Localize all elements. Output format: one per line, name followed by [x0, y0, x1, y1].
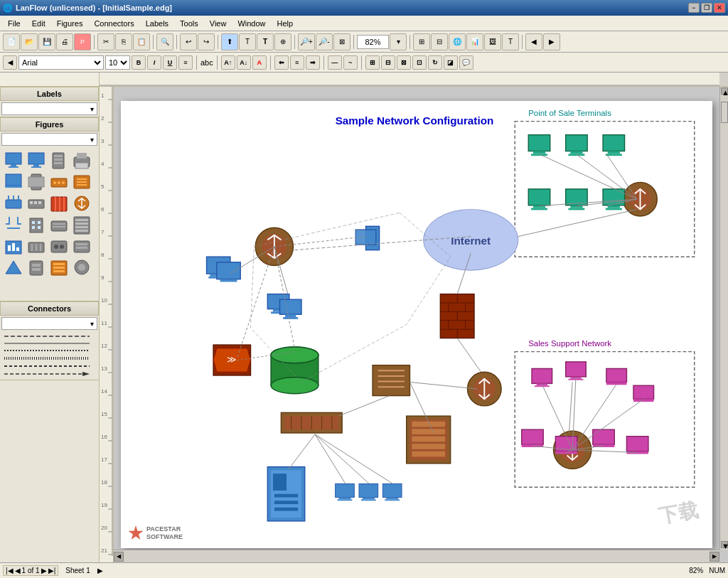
h-scroll-right[interactable]: ▶ — [710, 552, 719, 562]
figures-header[interactable]: Figures — [0, 117, 99, 132]
arrow-right-button[interactable]: ▶ — [543, 33, 560, 50]
icon-building[interactable] — [30, 218, 43, 232]
cut-button[interactable]: ✂ — [97, 33, 114, 50]
icon-extra-1[interactable] — [6, 261, 21, 274]
group-button[interactable]: ⊞ — [365, 55, 380, 70]
icon-monitor-1[interactable] — [6, 153, 21, 168]
menu-file[interactable]: File — [3, 17, 26, 30]
symbol-button[interactable]: T — [502, 33, 519, 50]
redo-button[interactable]: ↪ — [198, 33, 215, 50]
connector-dotted-1[interactable] — [4, 348, 95, 353]
font-style-1[interactable]: A↑ — [221, 55, 235, 70]
v-scrollbar[interactable]: ▲ ▼ — [719, 87, 728, 550]
align-right[interactable]: ➡ — [306, 55, 320, 70]
icon-chart[interactable] — [6, 241, 21, 254]
h-scroll-left[interactable]: ◀ — [114, 552, 124, 562]
connector-dashed-1[interactable] — [4, 334, 95, 338]
font-style-2[interactable]: A↓ — [237, 55, 251, 70]
print-button[interactable]: 🖨 — [56, 33, 73, 50]
menu-edit[interactable]: Edit — [27, 17, 50, 30]
paste-button[interactable]: 📋 — [133, 33, 150, 50]
callout-button[interactable]: 💬 — [459, 55, 473, 70]
minimize-button[interactable]: − — [688, 3, 700, 13]
zoom-out-button[interactable]: 🔎- — [316, 33, 333, 50]
align-button[interactable]: ≡ — [178, 55, 193, 70]
ungroup-button[interactable]: ⊟ — [381, 55, 395, 70]
save-button[interactable]: 💾 — [38, 33, 55, 50]
icon-box[interactable] — [74, 176, 90, 188]
text2-tool[interactable]: T — [257, 33, 274, 50]
icon-extra-2[interactable] — [30, 261, 43, 275]
menu-window[interactable]: Window — [232, 17, 270, 30]
arrow-left-button[interactable]: ◀ — [525, 33, 542, 50]
icon-laptop[interactable] — [5, 174, 22, 188]
v-scroll-up[interactable]: ▲ — [721, 87, 728, 95]
icon-printer[interactable] — [74, 153, 90, 168]
icon-switch-2[interactable] — [28, 200, 44, 208]
font-size-select[interactable]: 10 12 — [105, 55, 130, 70]
connector-dashed-2[interactable] — [4, 364, 95, 368]
icon-extra-4[interactable] — [75, 260, 89, 274]
icon-workstation[interactable] — [28, 174, 44, 190]
italic-button[interactable]: I — [147, 55, 161, 70]
menu-view[interactable]: View — [205, 17, 232, 30]
page-last-button[interactable]: ▶| — [48, 567, 56, 574]
align-left[interactable]: ⬅ — [274, 55, 289, 70]
icon-monitor-2[interactable] — [28, 153, 44, 168]
preview-button[interactable]: P — [74, 33, 91, 50]
labels-header[interactable]: Labels — [0, 87, 99, 101]
grid-button[interactable]: ⊞ — [413, 33, 430, 50]
zoom-dropdown[interactable]: ▾ — [390, 33, 407, 50]
nav-back-button[interactable]: ◀ — [3, 55, 17, 70]
h-scrollbar[interactable]: ◀ ▶ — [114, 550, 719, 562]
font-select[interactable]: Arial — [18, 55, 104, 70]
icon-network-left[interactable] — [6, 196, 21, 208]
undo-button[interactable]: ↩ — [180, 33, 197, 50]
connectors-header[interactable]: Connectors — [0, 301, 99, 316]
underline-button[interactable]: U — [163, 55, 177, 70]
zoom-fit-button[interactable]: ⊠ — [333, 33, 350, 50]
close-button[interactable]: ✕ — [714, 3, 725, 13]
icon-router-small[interactable] — [75, 196, 89, 210]
labels-dropdown[interactable]: ▾ — [1, 102, 97, 115]
icon-tape[interactable] — [51, 241, 67, 252]
h-scroll-track[interactable] — [124, 553, 710, 560]
icon-hub[interactable] — [51, 178, 67, 187]
distribute-objects[interactable]: ⊡ — [412, 55, 427, 70]
new-button[interactable]: 📄 — [3, 33, 20, 50]
zoom-in-button[interactable]: 🔎+ — [298, 33, 315, 50]
font-color[interactable]: A — [252, 55, 267, 70]
page-first-button[interactable]: |◀ — [6, 567, 14, 574]
line-style-1[interactable]: — — [328, 55, 342, 70]
zoom-input[interactable] — [357, 35, 389, 49]
menu-figures[interactable]: Figures — [52, 17, 88, 30]
shadow-button[interactable]: ◪ — [444, 55, 458, 70]
connector-dotted-2[interactable] — [4, 355, 95, 361]
open-button[interactable]: 📂 — [21, 33, 38, 50]
icon-rack[interactable] — [74, 217, 90, 234]
page-prev-button[interactable]: ◀ — [15, 567, 21, 574]
icon-misc[interactable] — [74, 241, 90, 252]
line-style-2[interactable]: ~ — [343, 55, 358, 70]
restore-button[interactable]: ❐ — [701, 3, 712, 13]
align-objects[interactable]: ⊠ — [397, 55, 411, 70]
icon-modem[interactable] — [51, 221, 67, 231]
page-nav-arrow[interactable]: ▶ — [97, 567, 103, 574]
icon-equalizer[interactable] — [28, 242, 44, 252]
bold-button[interactable]: B — [132, 55, 146, 70]
text-tool[interactable]: T — [239, 33, 256, 50]
icon-firewall[interactable] — [51, 197, 67, 211]
image-button[interactable]: 🖼 — [484, 33, 501, 50]
rotate-button[interactable]: ↻ — [428, 55, 442, 70]
icon-extra-3[interactable] — [51, 261, 67, 275]
menu-tools[interactable]: Tools — [175, 17, 203, 30]
connect-tool[interactable]: ⊕ — [274, 33, 291, 50]
canvas-area[interactable]: Sample Network Configuration Point of Sa… — [114, 87, 728, 562]
v-scroll-thumb[interactable] — [721, 102, 728, 123]
snap-button[interactable]: ⊟ — [431, 33, 448, 50]
menu-help[interactable]: Help — [272, 17, 299, 30]
find-button[interactable]: 🔍 — [156, 33, 173, 50]
pointer-tool[interactable]: ⬆ — [221, 33, 238, 50]
network-icon[interactable]: 🌐 — [449, 33, 466, 50]
menu-connectors[interactable]: Connectors — [89, 17, 139, 30]
